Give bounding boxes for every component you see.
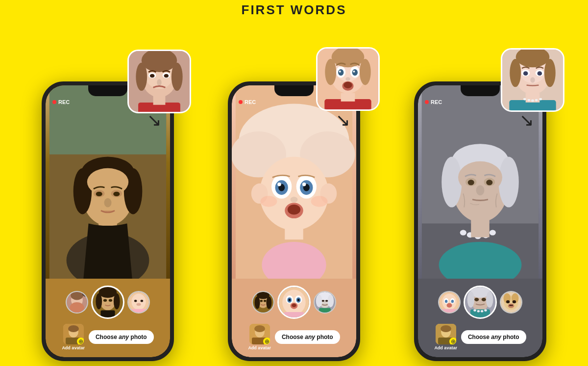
carousel-item-woman[interactable]: ✕ [66,291,88,314]
svg-point-64 [345,77,350,81]
svg-point-187 [441,325,451,332]
svg-point-112 [322,300,324,302]
rec-dot-right [425,100,429,104]
carousel-item-mona-s[interactable] [252,291,274,314]
svg-point-180 [506,300,510,303]
svg-point-153 [468,180,474,185]
choose-label-left: Choose [96,334,117,340]
svg-point-82 [277,183,281,186]
svg-point-128 [538,71,542,76]
choose-label-right: Choose [468,334,490,340]
carousel-item-mona-active[interactable] [91,286,124,319]
svg-point-103 [297,299,300,301]
carousel-item-dog[interactable] [500,291,522,314]
svg-point-135 [535,99,538,102]
rec-badge-left: REC [52,99,70,105]
add-plus-icon-center: + [264,339,270,344]
svg-point-94 [260,300,263,302]
svg-rect-171 [470,310,490,317]
thumbnail-center [316,47,380,111]
add-plus-icon-right: + [450,339,456,344]
choose-bold-left: any [119,334,129,340]
choose-label-center: Choose [282,334,303,340]
svg-point-59 [352,69,358,76]
svg-rect-118 [252,338,268,344]
carousel-center[interactable] [252,286,336,319]
bottom-buttons-center: + Add avatar Choose any photo [237,324,351,350]
choose-suffix-right: photo [503,334,519,340]
svg-point-42 [134,300,137,302]
svg-point-133 [528,99,531,102]
carousel-item-baby-small[interactable] [127,291,150,314]
carousel-item-baby-active[interactable] [277,286,311,319]
svg-point-162 [447,303,452,308]
carousel-item-queen-s[interactable] [314,291,336,314]
svg-point-154 [486,180,492,185]
svg-rect-188 [438,338,454,344]
thumbnail-right [501,48,564,112]
carousel-item-queen-active[interactable] [464,286,497,319]
svg-point-86 [288,205,300,215]
add-avatar-icon-left: + [63,324,84,344]
carousel-right[interactable] [438,286,522,319]
phones-container: ↙ REC [0,0,588,366]
svg-point-127 [523,71,528,76]
svg-point-97 [282,289,305,314]
choose-photo-btn-center[interactable]: Choose any photo [275,330,340,344]
choose-bold-center: any [305,334,315,340]
svg-rect-106 [283,312,305,317]
svg-point-41 [131,294,146,310]
svg-point-134 [531,100,534,102]
svg-point-132 [523,98,526,101]
rec-badge-right: REC [425,99,442,105]
add-avatar-center[interactable]: + Add avatar [248,324,271,350]
svg-point-168 [486,291,493,308]
svg-point-175 [484,309,487,312]
choose-suffix-left: photo [130,334,147,340]
rec-label-center: REC [245,99,256,105]
carousel-left[interactable]: ✕ [66,286,150,319]
arrow-left: ↙ [147,110,162,131]
svg-point-21 [124,168,143,214]
svg-point-34 [99,287,117,298]
svg-point-149 [499,157,519,207]
bottom-buttons-left: + Add avatar Choose any photo [50,324,165,350]
arrow-center: ↙ [336,110,350,131]
arrow-right: ↙ [519,110,534,131]
svg-point-26 [113,192,120,196]
svg-point-95 [264,300,266,302]
svg-point-36 [114,293,120,310]
svg-point-110 [316,294,322,307]
svg-point-43 [141,300,143,302]
svg-point-4 [136,63,147,91]
svg-point-113 [325,300,328,302]
svg-point-184 [511,305,513,306]
svg-point-9 [164,74,169,78]
svg-point-25 [96,192,102,196]
svg-point-124 [544,59,556,87]
choose-photo-btn-left[interactable]: Choose any photo [89,330,154,344]
svg-point-93 [266,296,271,309]
add-avatar-left[interactable]: + Add avatar [62,324,85,350]
svg-point-88 [311,196,328,207]
svg-rect-49 [66,338,81,344]
svg-rect-39 [100,310,115,317]
svg-point-44 [136,303,141,306]
svg-point-161 [451,300,454,303]
svg-point-129 [530,77,535,82]
svg-point-55 [360,59,371,85]
svg-rect-12 [153,96,166,105]
svg-point-155 [476,185,485,196]
svg-point-20 [74,168,92,214]
svg-point-31 [70,302,84,313]
carousel-item-baby2[interactable] [438,291,461,314]
svg-point-173 [477,310,480,313]
add-avatar-right[interactable]: + Add avatar [434,324,457,350]
choose-photo-btn-right[interactable]: Choose any photo [461,330,526,344]
svg-point-167 [467,291,475,308]
svg-point-183 [509,305,511,306]
x-badge[interactable]: ✕ [82,291,88,297]
svg-point-37 [103,299,107,302]
svg-point-61 [353,71,355,73]
add-avatar-icon-right: + [436,324,456,344]
